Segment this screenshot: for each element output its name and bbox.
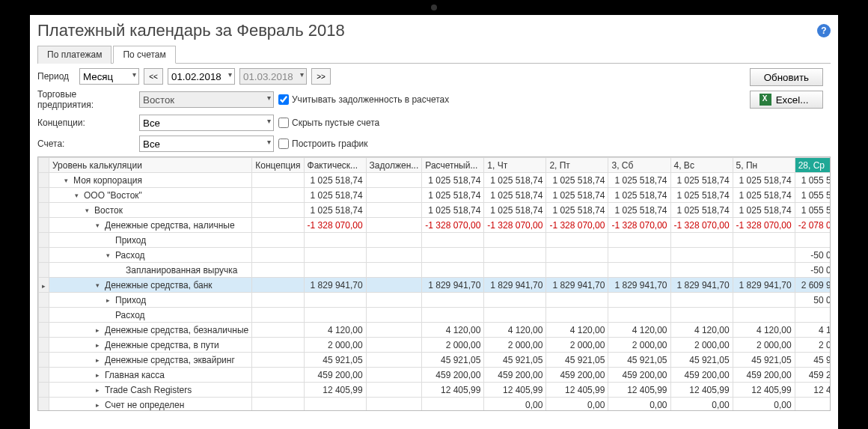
value-cell [366, 248, 422, 263]
column-header[interactable]: Концепция [252, 158, 304, 173]
tree-toggle-icon[interactable]: ▸ [96, 356, 103, 364]
tree-cell[interactable]: ▸Счет не определен [49, 398, 252, 412]
accounts-select[interactable] [139, 136, 274, 152]
column-header[interactable]: 5, Пн [733, 158, 795, 173]
value-cell [366, 338, 422, 353]
table-row[interactable]: ▾ООО "Восток"1 025 518,741 025 518,741 0… [39, 188, 831, 203]
value-cell [304, 293, 366, 308]
tree-toggle-icon[interactable]: ▸ [96, 341, 103, 349]
column-header[interactable]: Расчетный... [422, 158, 484, 173]
tree-toggle-icon[interactable]: ▾ [75, 192, 82, 199]
tree-cell[interactable]: Расход [49, 308, 252, 323]
column-header[interactable]: 2, Пт [546, 158, 608, 173]
help-icon[interactable]: ? [817, 24, 831, 37]
column-header[interactable]: 1, Чт [484, 158, 546, 173]
table-row[interactable]: ▾Денежные средства, банк1 829 941,701 82… [39, 278, 831, 293]
tree-cell[interactable]: ▾Восток [49, 203, 252, 218]
value-cell [366, 173, 422, 188]
value-cell [252, 218, 304, 233]
value-cell [484, 263, 546, 278]
period-next-button[interactable]: >> [311, 68, 331, 85]
table-row[interactable]: ▸Денежные средства, в пути2 000,002 000,… [39, 338, 831, 353]
build-chart-checkbox-input[interactable] [278, 139, 289, 149]
tree-toggle-icon[interactable]: ▾ [106, 252, 114, 259]
tree-toggle-icon[interactable]: ▾ [96, 222, 103, 229]
table-row[interactable]: ▾Восток1 025 518,741 025 518,741 025 518… [39, 203, 831, 218]
tree-toggle-icon[interactable]: ▸ [96, 386, 103, 394]
concept-select[interactable] [139, 115, 274, 131]
value-cell: 1 025 518,74 [608, 173, 670, 188]
value-cell: -50 000,00 [795, 263, 831, 278]
value-cell: 1 025 518,74 [670, 188, 733, 203]
table-row[interactable]: Приход [39, 233, 831, 248]
tree-toggle-icon[interactable]: ▸ [96, 401, 103, 409]
calendar-grid[interactable]: Уровень калькуляцииКонцепцияФактическ...… [37, 156, 831, 411]
tree-toggle-icon[interactable]: ▸ [96, 371, 103, 379]
value-cell: 45 921,05 [484, 353, 546, 368]
debt-checkbox[interactable]: Учитывать задолженность в расчетах [278, 94, 449, 105]
column-header[interactable]: Фактическ... [304, 158, 366, 173]
value-cell [366, 203, 422, 218]
row-label: Денежные средства, безналичные [105, 325, 248, 335]
tree-toggle-icon[interactable]: ▸ [96, 326, 103, 334]
column-header[interactable]: 4, Вс [670, 158, 733, 173]
tree-toggle-icon[interactable]: ▾ [85, 207, 93, 214]
value-cell [422, 248, 484, 263]
value-cell [252, 308, 304, 323]
table-row[interactable]: ▸Приход50 000,00 [39, 293, 831, 308]
hide-empty-checkbox[interactable]: Скрыть пустые счета [278, 118, 379, 128]
date-from-input[interactable] [168, 68, 235, 85]
tree-toggle-icon[interactable]: ▾ [64, 177, 72, 184]
column-header[interactable]: 3, Сб [608, 158, 670, 173]
table-row[interactable]: ▸Главная касса459 200,00459 200,00459 20… [39, 368, 831, 383]
value-cell: 459 200,00 [484, 368, 546, 383]
tree-cell[interactable]: ▾Расход [49, 248, 252, 263]
debt-checkbox-input[interactable] [278, 94, 289, 105]
tree-cell[interactable]: Запланированная выручка [49, 263, 252, 278]
table-row[interactable]: ▾Расход-50 000,00 [39, 248, 831, 263]
tab-accounts[interactable]: По счетам [113, 46, 175, 64]
period-select[interactable] [79, 68, 139, 85]
value-cell: 12 405,99 [608, 383, 670, 398]
build-chart-checkbox[interactable]: Построить график [278, 139, 367, 149]
tree-toggle-icon[interactable]: ▾ [96, 282, 103, 289]
table-row[interactable]: Запланированная выручка-50 000,00 [39, 263, 831, 278]
tree-cell[interactable]: ▸Trade Cash Registers [49, 383, 252, 398]
page-title: Платежный календарь за Февраль 2018 [37, 21, 345, 40]
tree-cell[interactable]: ▸Денежные средства, безналичные [49, 323, 252, 338]
tree-cell[interactable]: ▾Моя корпорация [49, 173, 252, 188]
tree-cell[interactable]: ▾Денежные средства, банк [49, 278, 252, 293]
column-header[interactable]: Задолжен... [366, 158, 422, 173]
tree-cell[interactable]: ▾Денежные средства, наличные [49, 218, 252, 233]
value-cell: 2 609 941,70 [795, 278, 831, 293]
tree-cell[interactable]: ▸Денежные средства, эквайринг [49, 353, 252, 368]
column-header[interactable]: Уровень калькуляции [49, 158, 252, 173]
value-cell: 1 829 941,70 [670, 278, 733, 293]
table-row[interactable]: ▸Денежные средства, эквайринг45 921,0545… [39, 353, 831, 368]
value-cell: 1 025 518,74 [546, 203, 608, 218]
tab-payments[interactable]: По платежам [37, 46, 111, 64]
column-header[interactable]: 28, Ср [795, 158, 831, 173]
table-row[interactable]: ▸Денежные средства, безналичные4 120,004… [39, 323, 831, 338]
excel-export-button[interactable]: Excel... [750, 91, 823, 109]
tree-cell[interactable]: ▸Приход [49, 293, 252, 308]
hide-empty-checkbox-input[interactable] [278, 118, 289, 128]
table-row[interactable]: Расход [39, 308, 831, 323]
table-row[interactable]: ▾Моя корпорация1 025 518,741 025 518,741… [39, 173, 831, 188]
value-cell: 4 120,00 [484, 323, 546, 338]
value-cell: -1 328 070,00 [304, 218, 366, 233]
table-row[interactable]: ▸Trade Cash Registers12 405,9912 405,991… [39, 383, 831, 398]
tree-toggle-icon[interactable]: ▸ [106, 296, 114, 304]
tree-cell[interactable]: ▾ООО "Восток" [49, 188, 252, 203]
value-cell: -50 000,00 [795, 248, 831, 263]
table-row[interactable]: ▸Счет не определен0,000,000,000,000,000,… [39, 398, 831, 412]
period-prev-button[interactable]: << [144, 68, 163, 85]
value-cell: 1 025 518,74 [304, 173, 366, 188]
value-cell: 0,00 [484, 398, 546, 412]
refresh-button[interactable]: Обновить [750, 68, 823, 86]
value-cell [422, 398, 484, 412]
tree-cell[interactable]: Приход [49, 233, 252, 248]
tree-cell[interactable]: ▸Денежные средства, в пути [49, 338, 252, 353]
table-row[interactable]: ▾Денежные средства, наличные-1 328 070,0… [39, 218, 831, 233]
tree-cell[interactable]: ▸Главная касса [49, 368, 252, 383]
